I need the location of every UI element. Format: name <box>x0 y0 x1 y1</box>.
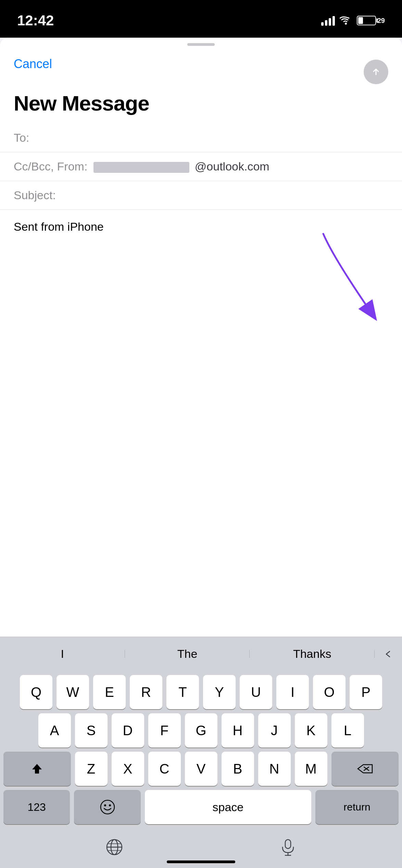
modal-header: Cancel <box>0 49 402 84</box>
battery-indicator: 29 <box>357 16 385 25</box>
keyboard-row-3: Z X C V B N M <box>3 752 399 786</box>
status-icons: 29 <box>321 15 385 26</box>
key-z[interactable]: Z <box>75 752 108 786</box>
key-y[interactable]: Y <box>203 675 236 709</box>
svg-rect-12 <box>285 840 291 848</box>
subject-label: Subject: <box>14 189 56 202</box>
key-o[interactable]: O <box>313 675 346 709</box>
return-key[interactable]: return <box>315 790 399 824</box>
key-h[interactable]: H <box>222 713 254 748</box>
battery-percent: 29 <box>377 17 385 25</box>
space-key[interactable]: space <box>145 790 311 824</box>
cc-bcc-field-row[interactable]: Cc/Bcc, From: @outlook.com <box>0 152 402 181</box>
key-b[interactable]: B <box>222 752 254 786</box>
key-m[interactable]: M <box>295 752 327 786</box>
key-f[interactable]: F <box>148 713 181 748</box>
svg-point-6 <box>109 804 111 806</box>
home-indicator[interactable] <box>167 860 235 863</box>
quicktype-chevron[interactable] <box>375 649 402 659</box>
body-text[interactable]: Sent from iPhone <box>14 218 388 235</box>
key-g[interactable]: G <box>185 713 217 748</box>
key-p[interactable]: P <box>350 675 382 709</box>
key-d[interactable]: D <box>112 713 144 748</box>
shift-key[interactable] <box>3 752 71 786</box>
blurred-email <box>93 162 189 173</box>
quicktype-bar: I The Thanks <box>0 637 402 671</box>
numbers-key[interactable]: 123 <box>3 790 70 824</box>
key-q[interactable]: Q <box>20 675 52 709</box>
globe-icon[interactable] <box>105 838 123 860</box>
keyboard-row-2: A S D F G H J K L <box>3 713 399 748</box>
modal-sheet: Cancel New Message To: Cc/Bcc, From: <box>0 38 402 868</box>
send-icon <box>370 66 382 78</box>
quicktype-word-3[interactable]: Thanks <box>250 647 375 661</box>
key-x[interactable]: X <box>112 752 144 786</box>
bottom-bar <box>0 830 402 868</box>
send-button[interactable] <box>364 60 388 84</box>
key-v[interactable]: V <box>185 752 217 786</box>
key-j[interactable]: J <box>258 713 291 748</box>
compose-title: New Message <box>0 84 402 124</box>
backspace-key[interactable] <box>331 752 399 786</box>
key-t[interactable]: T <box>166 675 199 709</box>
key-k[interactable]: K <box>295 713 327 748</box>
subject-field-row[interactable]: Subject: <box>0 181 402 210</box>
status-time: 12:42 <box>17 12 54 29</box>
keyboard: Q W E R T Y U I O P A S D F G H J K <box>0 671 402 830</box>
phone-screen: Cancel New Message To: Cc/Bcc, From: <box>0 38 402 868</box>
key-u[interactable]: U <box>240 675 272 709</box>
key-n[interactable]: N <box>258 752 291 786</box>
key-i[interactable]: I <box>276 675 309 709</box>
svg-point-5 <box>104 804 106 806</box>
svg-point-0 <box>345 23 347 25</box>
drag-handle[interactable] <box>187 43 215 46</box>
key-s[interactable]: S <box>75 713 108 748</box>
cancel-button[interactable]: Cancel <box>14 54 52 74</box>
svg-point-4 <box>101 800 114 814</box>
emoji-key[interactable] <box>74 790 140 824</box>
keyboard-row-1: Q W E R T Y U I O P <box>3 675 399 709</box>
status-bar: 12:42 29 <box>0 0 402 38</box>
key-r[interactable]: R <box>130 675 162 709</box>
key-e[interactable]: E <box>93 675 126 709</box>
to-field-row[interactable]: To: <box>0 124 402 152</box>
key-l[interactable]: L <box>331 713 364 748</box>
quicktype-word-1[interactable]: I <box>0 647 125 661</box>
key-c[interactable]: C <box>148 752 181 786</box>
key-a[interactable]: A <box>38 713 71 748</box>
wifi-icon <box>340 16 352 25</box>
key-w[interactable]: W <box>56 675 89 709</box>
arrow-annotation <box>303 230 392 326</box>
mic-icon[interactable] <box>279 838 297 860</box>
compose-body[interactable]: Sent from iPhone <box>0 210 402 637</box>
keyboard-row-4: 123 space return <box>3 790 399 824</box>
from-email-blurred: @outlook.com <box>91 160 388 173</box>
cc-bcc-label: Cc/Bcc, From: <box>14 160 87 173</box>
quicktype-word-2[interactable]: The <box>125 647 250 661</box>
signal-icon <box>321 15 335 26</box>
to-label: To: <box>14 131 29 144</box>
